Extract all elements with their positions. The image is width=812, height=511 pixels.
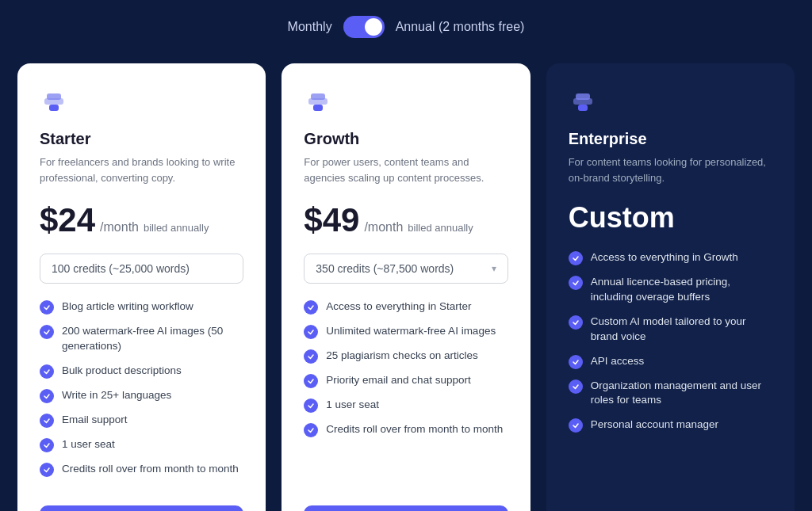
starter-cta-button[interactable]: Try it free [40,505,243,511]
starter-price-billed: billed annually [144,222,209,234]
growth-plan-price: $49 /month billed annually [304,201,508,239]
toggle-knob [365,18,382,36]
check-icon [40,463,54,477]
growth-icon [304,87,508,119]
svg-rect-4 [311,93,325,100]
check-icon [304,325,318,339]
chevron-down-icon: ▾ [492,263,496,274]
starter-plan-card: Starter For freelancers and brands looki… [17,63,266,511]
growth-price-amount: $49 [304,201,359,239]
check-icon [40,300,54,315]
check-icon [304,399,318,413]
growth-price-billed: billed annually [408,222,473,234]
enterprise-plan-card: Enterprise For content teams looking for… [546,63,795,511]
plans-container: Starter For freelancers and brands looki… [17,63,795,511]
annual-label: Annual (2 months free) [396,20,525,34]
list-item: Annual licence-based pricing, including … [569,275,772,305]
list-item: 200 watermark-free AI images (50 generat… [40,324,243,354]
starter-plan-name: Starter [40,130,243,148]
billing-toggle-switch[interactable] [343,16,385,38]
starter-plan-price: $24 /month billed annually [40,201,243,239]
starter-features-list: Blog article writing workflow 200 waterm… [40,299,243,486]
check-icon [569,355,583,369]
svg-rect-1 [47,93,61,100]
check-icon [304,423,318,437]
enterprise-plan-desc: For content teams looking for personaliz… [569,154,772,185]
growth-price-period: /month [364,220,403,235]
check-icon [569,418,583,433]
list-item: Custom AI model tailored to your brand v… [569,315,772,345]
check-icon [40,414,54,428]
list-item: Credits roll over from month to month [304,422,508,437]
list-item: Access to everything in Starter [304,299,508,315]
enterprise-plan-name: Enterprise [569,130,772,148]
growth-credits-selector[interactable]: 350 credits (~87,500 words) ▾ [304,254,508,284]
check-icon [569,315,583,330]
list-item: Write in 25+ languages [40,388,243,403]
billing-toggle: Monthly Annual (2 months free) [288,16,525,38]
starter-icon [40,87,243,119]
list-item: Credits roll over from month to month [40,462,243,477]
growth-plan-card: Growth For power users, content teams an… [282,63,530,511]
list-item: 1 user seat [304,398,508,413]
starter-credits-selector[interactable]: 100 credits (~25,000 words) [40,254,243,284]
list-item: Bulk product descriptions [40,364,243,379]
list-item: Email support [40,413,243,428]
enterprise-price-custom: Custom [569,201,772,235]
list-item: Priority email and chat support [304,373,508,388]
svg-rect-7 [576,93,590,100]
growth-credits-label: 350 credits (~87,500 words) [316,262,454,275]
check-icon [40,364,54,379]
starter-price-period: /month [100,220,139,235]
list-item: API access [569,354,772,369]
monthly-label: Monthly [288,20,332,34]
check-icon [40,389,54,403]
check-icon [40,438,54,452]
svg-rect-8 [578,105,588,111]
check-icon [569,276,583,290]
growth-plan-name: Growth [304,130,508,148]
list-item: 1 user seat [40,437,243,452]
list-item: 25 plagiarism checks on articles [304,349,508,364]
svg-rect-2 [49,105,59,111]
check-icon [304,300,318,315]
growth-cta-button[interactable]: Try it free [304,505,508,511]
check-icon [40,325,54,339]
list-item: Personal account manager [569,418,772,433]
starter-plan-desc: For freelancers and brands looking to wr… [40,154,243,185]
list-item: Access to everything in Growth [569,250,772,265]
check-icon [569,379,583,394]
starter-price-amount: $24 [40,201,95,239]
growth-plan-desc: For power users, content teams and agenc… [304,154,508,185]
list-item: Blog article writing workflow [40,299,243,315]
growth-features-list: Access to everything in Starter Unlimite… [304,299,508,486]
svg-rect-5 [313,105,323,111]
check-icon [304,349,318,364]
check-icon [569,251,583,265]
list-item: Unlimited watermark-free AI images [304,324,508,339]
enterprise-icon [569,87,772,119]
starter-credits-label: 100 credits (~25,000 words) [52,262,190,275]
enterprise-features-list: Access to everything in Growth Annual li… [569,250,772,442]
check-icon [304,374,318,388]
list-item: Organization management and user roles f… [569,379,772,409]
